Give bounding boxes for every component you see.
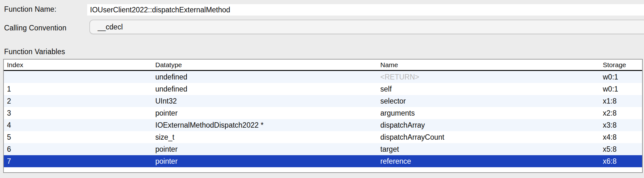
table-header-row: Index Datatype Name Storage xyxy=(4,60,642,71)
cell-name: arguments xyxy=(380,107,603,119)
cell-storage: x5:8 xyxy=(603,143,642,155)
cell-datatype: UInt32 xyxy=(155,95,380,107)
cell-name: reference xyxy=(380,155,603,167)
column-header-index[interactable]: Index xyxy=(4,60,155,70)
calling-convention-label: Calling Convention xyxy=(4,24,67,32)
table-row[interactable]: 6 pointer target x5:8 xyxy=(4,143,642,155)
table-row[interactable]: 1 undefined self w0:1 xyxy=(4,83,642,95)
cell-datatype: size_t xyxy=(155,131,380,143)
cell-index: 2 xyxy=(4,95,155,107)
cell-storage: x1:8 xyxy=(603,95,642,107)
cell-name: dispatchArrayCount xyxy=(380,131,603,143)
cell-index: 5 xyxy=(4,131,155,143)
function-variables-table: Index Datatype Name Storage undefined <R… xyxy=(3,59,643,173)
calling-convention-value: __cdecl xyxy=(98,23,123,31)
cell-datatype: pointer xyxy=(155,155,380,167)
table-body: undefined <RETURN> w0:1 1 undefined self… xyxy=(4,71,642,167)
cell-index: 6 xyxy=(4,143,155,155)
column-header-datatype[interactable]: Datatype xyxy=(155,60,380,70)
function-name-input[interactable] xyxy=(87,4,644,16)
cell-datatype: pointer xyxy=(155,107,380,119)
cell-index: 3 xyxy=(4,107,155,119)
cell-index: 4 xyxy=(4,119,155,131)
cell-storage: x2:8 xyxy=(603,107,642,119)
cell-storage: x4:8 xyxy=(603,131,642,143)
column-header-storage[interactable]: Storage xyxy=(603,60,642,70)
cell-datatype: undefined xyxy=(155,83,380,95)
table-row[interactable]: 3 pointer arguments x2:8 xyxy=(4,107,642,119)
column-header-name[interactable]: Name xyxy=(380,60,603,70)
function-name-label: Function Name: xyxy=(4,5,56,14)
cell-name: <RETURN> xyxy=(380,71,603,83)
cell-storage: x3:8 xyxy=(603,119,642,131)
cell-datatype: pointer xyxy=(155,143,380,155)
calling-convention-dropdown[interactable]: __cdecl xyxy=(89,20,644,34)
table-row[interactable]: 2 UInt32 selector x1:8 xyxy=(4,95,642,107)
table-row[interactable]: 4 IOExternalMethodDispatch2022 * dispatc… xyxy=(4,119,642,131)
cell-name: self xyxy=(380,83,603,95)
cell-index xyxy=(4,71,155,83)
cell-storage: w0:1 xyxy=(603,71,642,83)
cell-storage: w0:1 xyxy=(603,83,642,95)
cell-name: selector xyxy=(380,95,603,107)
cell-name: target xyxy=(380,143,603,155)
table-row[interactable]: 5 size_t dispatchArrayCount x4:8 xyxy=(4,131,642,143)
cell-index: 1 xyxy=(4,83,155,95)
table-row[interactable]: undefined <RETURN> w0:1 xyxy=(4,71,642,83)
cell-storage: x6:8 xyxy=(603,155,642,167)
function-variables-heading: Function Variables xyxy=(4,48,65,56)
cell-index: 7 xyxy=(4,155,155,167)
cell-datatype: IOExternalMethodDispatch2022 * xyxy=(155,119,380,131)
cell-name: dispatchArray xyxy=(380,119,603,131)
cell-datatype: undefined xyxy=(155,71,380,83)
table-row[interactable]: 7 pointer reference x6:8 xyxy=(4,155,642,167)
